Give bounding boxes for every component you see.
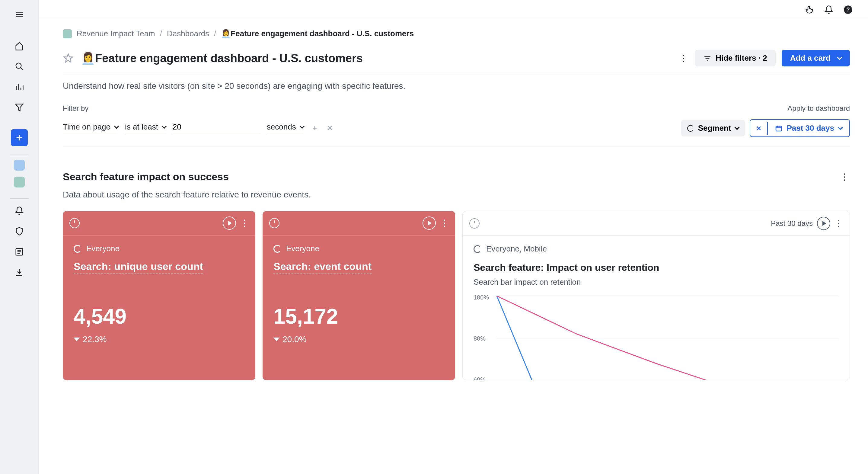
note-icon[interactable] <box>12 244 27 259</box>
hide-filters-button[interactable]: Hide filters · 2 <box>695 50 776 66</box>
sidebar-divider <box>10 198 29 199</box>
card-more-icon[interactable]: ⋮ <box>440 219 448 227</box>
chevron-down-icon <box>735 125 740 130</box>
home-icon[interactable] <box>12 39 27 53</box>
card-change: 20.0% <box>273 334 444 344</box>
section-title: Search feature impact on success <box>63 171 229 183</box>
hamburger-menu-icon[interactable] <box>12 7 27 22</box>
title-row: 👩‍💼Feature engagement dashboard - U.S. c… <box>63 50 850 66</box>
spinner-icon <box>273 245 281 253</box>
card-change-value: 20.0% <box>282 334 306 344</box>
trend-down-icon <box>74 337 80 341</box>
more-options-icon[interactable]: ⋮ <box>678 52 689 65</box>
filter-unit-label: seconds <box>267 122 296 131</box>
card-value: 4,549 <box>74 304 245 328</box>
add-filter-icon[interactable]: + <box>311 124 319 132</box>
main-area: ? Revenue Impact Team / Dashboards / 👩‍💼… <box>39 0 868 474</box>
spinner-icon <box>473 245 482 253</box>
add-button[interactable] <box>11 129 28 146</box>
chevron-down-icon <box>161 123 166 129</box>
svg-text:?: ? <box>846 6 849 13</box>
card-title: Search feature: Impact on user retention <box>473 262 839 273</box>
play-icon[interactable] <box>423 216 436 230</box>
page-title: 👩‍💼Feature engagement dashboard - U.S. c… <box>81 52 363 65</box>
card-segment-label: Everyone <box>286 244 319 253</box>
card-subtitle: Search bar impact on retention <box>473 277 839 287</box>
filter-field-select[interactable]: Time on page <box>63 121 118 135</box>
card-change-value: 22.3% <box>83 334 106 344</box>
filter-icon[interactable] <box>12 100 27 115</box>
breadcrumb: Revenue Impact Team / Dashboards / 👩‍💼Fe… <box>63 29 850 38</box>
card-value: 15,172 <box>273 304 444 328</box>
card-segment: Everyone <box>74 244 245 253</box>
filter-operator-select[interactable]: is at least <box>125 121 166 135</box>
help-icon[interactable]: ? <box>843 4 854 15</box>
card-more-icon[interactable]: ⋮ <box>835 219 843 228</box>
svg-rect-4 <box>776 126 781 131</box>
filter-value-input[interactable] <box>173 121 260 135</box>
shield-icon[interactable] <box>12 224 27 238</box>
metric-card-unique-users: ⋮ Everyone Search: unique user count 4,5… <box>63 211 255 380</box>
metric-card-event-count: ⋮ Everyone Search: event count 15,172 20… <box>262 211 455 380</box>
date-range-button[interactable]: Past 30 days <box>768 120 849 137</box>
spinner-icon <box>74 245 82 253</box>
svg-point-0 <box>16 63 21 68</box>
retention-chart-card: Past 30 days ⋮ Everyone, Mobile Search f… <box>462 211 850 380</box>
retention-chart: 100% 80% 60% <box>473 296 839 380</box>
chart-svg <box>473 296 839 380</box>
segment-button[interactable]: Segment <box>681 120 745 137</box>
play-icon[interactable] <box>223 216 236 230</box>
section-header: Search feature impact on success ⋮ <box>63 170 850 183</box>
section-description: Data about usage of the search feature r… <box>63 190 850 200</box>
team-color-swatch <box>63 29 72 38</box>
segment-label: Segment <box>698 123 731 133</box>
hand-icon[interactable] <box>804 4 815 15</box>
filter-by-label: Filter by <box>63 104 88 113</box>
chevron-down-icon <box>300 123 305 129</box>
workspace-square-1[interactable] <box>14 160 25 171</box>
segment-icon <box>687 125 694 131</box>
date-range-control: Past 30 days <box>750 119 850 137</box>
clear-date-range-icon[interactable] <box>750 122 768 135</box>
chevron-down-icon <box>114 123 119 129</box>
bar-chart-icon[interactable] <box>12 80 27 94</box>
y-tick-label: 60% <box>473 376 486 380</box>
workspace-square-2[interactable] <box>14 177 25 187</box>
add-card-button[interactable]: Add a card <box>782 50 850 66</box>
y-tick-label: 100% <box>473 294 489 301</box>
card-title[interactable]: Search: unique user count <box>74 261 203 274</box>
topbar: ? <box>39 0 868 19</box>
search-icon[interactable] <box>12 59 27 74</box>
breadcrumb-current: 👩‍💼Feature engagement dashboard - U.S. c… <box>221 29 414 38</box>
section-more-icon[interactable]: ⋮ <box>839 170 850 183</box>
trend-down-icon <box>273 337 279 341</box>
add-card-label: Add a card <box>790 54 831 63</box>
filter-row: Time on page is at least seconds + ✕ <box>63 119 850 137</box>
card-segment-label: Everyone <box>86 244 120 253</box>
filter-field-label: Time on page <box>63 122 111 131</box>
breadcrumb-team[interactable]: Revenue Impact Team <box>77 29 155 38</box>
apply-to-dashboard-label: Apply to dashboard <box>787 104 850 113</box>
page-description: Understand how real site visitors (on si… <box>63 81 850 91</box>
chevron-down-icon <box>838 125 843 130</box>
card-title[interactable]: Search: event count <box>273 261 372 274</box>
favorite-star-icon[interactable] <box>63 53 74 64</box>
card-change: 22.3% <box>74 334 245 344</box>
clear-filter-icon[interactable]: ✕ <box>326 124 334 132</box>
clock-icon <box>69 218 80 228</box>
bell-icon[interactable] <box>823 4 834 15</box>
filter-unit-select[interactable]: seconds <box>267 121 304 135</box>
card-more-icon[interactable]: ⋮ <box>240 219 249 227</box>
filter-headers: Filter by Apply to dashboard <box>63 104 850 113</box>
hide-filters-label: Hide filters · 2 <box>716 54 767 63</box>
card-date-range: Past 30 days <box>771 219 813 228</box>
clock-icon <box>269 218 279 228</box>
play-icon[interactable] <box>817 217 830 230</box>
card-segment: Everyone <box>273 244 444 253</box>
bell-icon[interactable] <box>12 204 27 218</box>
breadcrumb-dashboards[interactable]: Dashboards <box>167 29 209 38</box>
download-icon[interactable] <box>12 265 27 279</box>
divider <box>63 73 850 73</box>
breadcrumb-separator: / <box>214 29 216 38</box>
divider <box>63 146 850 146</box>
